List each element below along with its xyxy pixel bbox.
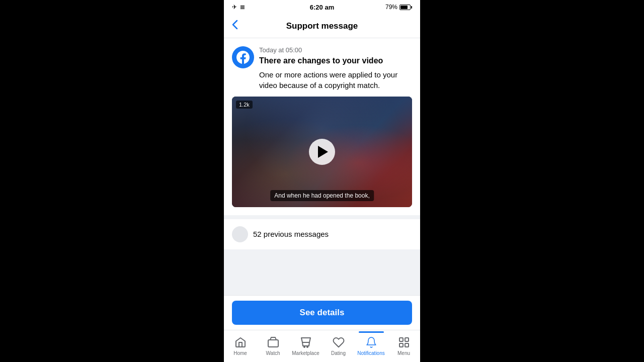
bottom-nav: Home Watch Marketplace: [224, 330, 420, 362]
play-button[interactable]: [309, 139, 335, 165]
video-thumbnail[interactable]: 1.2k And when he had opened the book,: [232, 97, 412, 207]
nav-item-notifications[interactable]: Notifications: [355, 335, 387, 356]
play-icon: [318, 146, 328, 158]
dating-icon: [332, 335, 346, 349]
marketplace-label: Marketplace: [292, 350, 319, 356]
svg-rect-5: [399, 343, 403, 347]
status-icons-left: ✈ 𝌆: [232, 4, 245, 11]
watch-label: Watch: [266, 350, 280, 356]
watch-icon: [266, 335, 280, 349]
airplane-icon: ✈: [232, 4, 237, 11]
video-caption: And when he had opened the book,: [270, 190, 374, 201]
svg-point-2: [307, 346, 308, 347]
svg-rect-6: [405, 343, 409, 347]
message-title: There are changes to your video: [259, 56, 412, 66]
notifications-label: Notifications: [357, 350, 384, 356]
nav-item-watch[interactable]: Watch: [257, 335, 289, 356]
nav-item-dating[interactable]: Dating: [322, 335, 355, 356]
active-tab-indicator: [359, 331, 384, 333]
previous-messages-text: 52 previous messages: [253, 230, 329, 238]
avatar: [232, 46, 254, 68]
home-icon: [233, 335, 248, 349]
message-body: One or more actions were applied to your…: [259, 69, 412, 90]
back-button[interactable]: [232, 20, 238, 33]
message-meta: Today at 05:00 There are changes to your…: [259, 46, 412, 90]
marketplace-icon: [299, 335, 313, 349]
nav-item-home[interactable]: Home: [224, 335, 257, 356]
see-details-button[interactable]: See details: [232, 301, 412, 325]
home-label: Home: [233, 350, 247, 356]
message-card: Today at 05:00 There are changes to your…: [224, 38, 420, 215]
svg-rect-0: [268, 340, 278, 347]
content-area: Today at 05:00 There are changes to your…: [224, 38, 420, 295]
battery-icon: [399, 5, 412, 10]
svg-rect-4: [405, 338, 409, 341]
view-count: 1.2k: [236, 101, 253, 109]
message-header: Today at 05:00 There are changes to your…: [232, 46, 412, 90]
dating-label: Dating: [331, 350, 346, 356]
nav-item-marketplace[interactable]: Marketplace: [289, 335, 322, 356]
previous-messages-section[interactable]: 52 previous messages: [224, 219, 420, 249]
video-image: 1.2k And when he had opened the book,: [232, 97, 412, 207]
svg-point-1: [304, 346, 305, 347]
svg-rect-3: [399, 338, 403, 341]
status-right: 79%: [385, 4, 412, 11]
battery-percentage: 79%: [385, 4, 397, 11]
status-bar: ✈ 𝌆 6:20 am 79%: [224, 0, 420, 14]
previous-messages-avatar: [232, 226, 248, 242]
menu-label: Menu: [397, 350, 410, 356]
status-time: 6:20 am: [310, 4, 334, 11]
nav-item-menu[interactable]: Menu: [387, 335, 420, 356]
notifications-icon: [364, 335, 378, 349]
phone-frame: ✈ 𝌆 6:20 am 79% Support message: [224, 0, 420, 362]
wifi-icon: 𝌆: [240, 4, 245, 11]
page-title: Support message: [286, 21, 358, 31]
message-timestamp: Today at 05:00: [259, 46, 412, 54]
nav-header: Support message: [224, 14, 420, 38]
menu-icon: [397, 335, 411, 349]
see-details-container: See details: [224, 295, 420, 330]
